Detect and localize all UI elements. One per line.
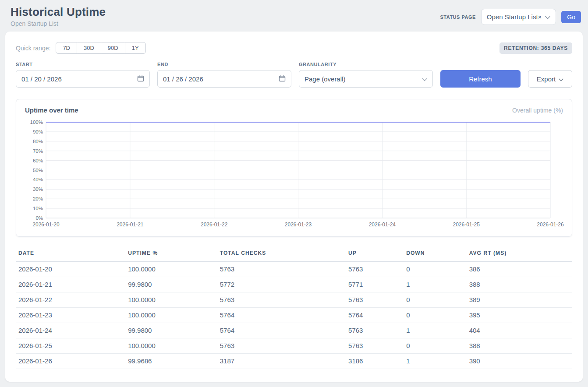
svg-text:40%: 40% bbox=[33, 177, 43, 182]
calendar-icon[interactable] bbox=[137, 75, 144, 83]
chart-title: Uptime over time bbox=[25, 106, 78, 114]
chevron-down-icon bbox=[422, 75, 427, 83]
table-cell: 5764 bbox=[217, 323, 346, 338]
page-title: Historical Uptime bbox=[11, 5, 106, 19]
svg-text:100%: 100% bbox=[30, 120, 43, 125]
controls-row-1: Quick range: 7D 30D 90D 1Y RETENTION: 36… bbox=[16, 42, 572, 54]
svg-text:2026-01-24: 2026-01-24 bbox=[369, 222, 396, 228]
svg-text:90%: 90% bbox=[33, 129, 43, 134]
svg-text:0%: 0% bbox=[35, 215, 43, 221]
table-cell: 386 bbox=[467, 262, 572, 277]
table-header: DATEUPTIME %TOTAL CHECKSUPDOWNAVG RT (MS… bbox=[16, 247, 572, 262]
svg-text:2026-01-21: 2026-01-21 bbox=[117, 222, 144, 228]
table-cell: 0 bbox=[404, 262, 467, 277]
table-cell: 5772 bbox=[217, 277, 346, 292]
table-cell: 3186 bbox=[346, 354, 404, 369]
chart-legend: Overall uptime (%) bbox=[512, 107, 563, 114]
table-cell: 1 bbox=[404, 354, 467, 369]
retention-badge: RETENTION: 365 DAYS bbox=[499, 42, 572, 54]
svg-text:2026-01-23: 2026-01-23 bbox=[285, 222, 312, 228]
table-cell: 390 bbox=[467, 354, 572, 369]
table-cell: 5771 bbox=[346, 277, 404, 292]
svg-text:50%: 50% bbox=[33, 168, 43, 173]
granularity-select[interactable]: Page (overall) bbox=[299, 70, 433, 88]
title-block: Historical Uptime Open Startup List bbox=[11, 5, 106, 27]
table-column-header: TOTAL CHECKS bbox=[217, 247, 346, 262]
table-cell: 5763 bbox=[346, 292, 404, 308]
table-column-header: UP bbox=[346, 247, 404, 262]
calendar-icon[interactable] bbox=[279, 75, 286, 83]
quick-range-30d-button[interactable]: 30D bbox=[77, 42, 101, 54]
export-button[interactable]: Export bbox=[528, 70, 572, 88]
table-cell: 2026-01-26 bbox=[16, 354, 125, 369]
svg-text:30%: 30% bbox=[33, 186, 43, 192]
table-column-header: DOWN bbox=[404, 247, 467, 262]
granularity-label: GRANULARITY bbox=[299, 62, 433, 67]
svg-text:2026-01-25: 2026-01-25 bbox=[453, 222, 480, 228]
table-cell: 2026-01-24 bbox=[16, 323, 125, 338]
table-cell: 395 bbox=[467, 308, 572, 323]
status-page-selected-value: Open Startup List× bbox=[487, 13, 542, 21]
table-cell: 1 bbox=[404, 277, 467, 292]
quick-range-7d-button[interactable]: 7D bbox=[56, 42, 77, 54]
start-date-field: START 01 / 20 / 2026 bbox=[16, 62, 150, 88]
table-cell: 388 bbox=[467, 277, 572, 292]
svg-text:70%: 70% bbox=[33, 148, 43, 154]
controls-row-2: START 01 / 20 / 2026 END 01 / 26 / 2026 … bbox=[16, 62, 572, 88]
chevron-down-icon bbox=[559, 75, 563, 83]
table-cell: 5763 bbox=[346, 323, 404, 338]
svg-text:80%: 80% bbox=[33, 139, 43, 144]
svg-text:2026-01-20: 2026-01-20 bbox=[32, 222, 60, 228]
uptime-chart-card: Uptime over time Overall uptime (%) 0%10… bbox=[16, 99, 572, 237]
table-column-header: DATE bbox=[16, 247, 125, 262]
table-cell: 2026-01-22 bbox=[16, 292, 125, 308]
table-cell: 5763 bbox=[217, 292, 346, 308]
granularity-selected-value: Page (overall) bbox=[305, 75, 345, 83]
start-date-input[interactable]: 01 / 20 / 2026 bbox=[16, 70, 150, 88]
go-button[interactable]: Go bbox=[561, 11, 581, 23]
granularity-field: GRANULARITY Page (overall) bbox=[299, 62, 433, 88]
svg-text:2026-01-26: 2026-01-26 bbox=[537, 222, 564, 228]
uptime-chart: 0%10%20%30%40%50%60%70%80%90%100%2026-01… bbox=[25, 118, 564, 230]
end-date-input[interactable]: 01 / 26 / 2026 bbox=[157, 70, 291, 88]
table-cell: 2026-01-23 bbox=[16, 308, 125, 323]
page-subtitle: Open Startup List bbox=[11, 20, 106, 27]
table-cell: 404 bbox=[467, 323, 572, 338]
quick-range-label: Quick range: bbox=[16, 45, 50, 52]
table-cell: 5764 bbox=[217, 308, 346, 323]
table-cell: 100.0000 bbox=[125, 262, 217, 277]
export-button-label: Export bbox=[537, 75, 556, 83]
table-row: 2026-01-25100.0000576357630388 bbox=[16, 338, 572, 354]
table-cell: 99.9800 bbox=[125, 277, 217, 292]
table-cell: 2026-01-21 bbox=[16, 277, 125, 292]
table-cell: 2026-01-25 bbox=[16, 338, 125, 354]
svg-text:60%: 60% bbox=[33, 158, 43, 163]
table-row: 2026-01-2199.9800577257711388 bbox=[16, 277, 572, 292]
table-cell: 5763 bbox=[346, 338, 404, 354]
quick-range-1y-button[interactable]: 1Y bbox=[125, 42, 146, 54]
quick-range-buttons: 7D 30D 90D 1Y bbox=[56, 42, 145, 54]
status-page-select[interactable]: Open Startup List× bbox=[481, 9, 556, 25]
table-cell: 5763 bbox=[217, 338, 346, 354]
chart-header: Uptime over time Overall uptime (%) bbox=[25, 106, 563, 114]
table-cell: 1 bbox=[404, 323, 467, 338]
table-row: 2026-01-22100.0000576357630389 bbox=[16, 292, 572, 308]
end-date-label: END bbox=[157, 62, 291, 67]
table-cell: 5763 bbox=[217, 262, 346, 277]
svg-text:2026-01-22: 2026-01-22 bbox=[201, 222, 228, 228]
svg-text:20%: 20% bbox=[33, 196, 43, 201]
svg-text:10%: 10% bbox=[33, 206, 43, 211]
table-cell: 100.0000 bbox=[125, 338, 217, 354]
quick-range-90d-button[interactable]: 90D bbox=[101, 42, 125, 54]
table-cell: 0 bbox=[404, 292, 467, 308]
table-cell: 389 bbox=[467, 292, 572, 308]
quick-range-group: Quick range: 7D 30D 90D 1Y bbox=[16, 42, 146, 54]
refresh-button[interactable]: Refresh bbox=[440, 70, 521, 88]
uptime-table: DATEUPTIME %TOTAL CHECKSUPDOWNAVG RT (MS… bbox=[16, 247, 572, 369]
table-column-header: UPTIME % bbox=[125, 247, 217, 262]
header-right: STATUS PAGE Open Startup List× Go bbox=[440, 9, 581, 25]
table-cell: 3187 bbox=[217, 354, 346, 369]
end-date-value: 01 / 26 / 2026 bbox=[163, 75, 203, 83]
page-header: Historical Uptime Open Startup List STAT… bbox=[0, 0, 588, 32]
end-date-field: END 01 / 26 / 2026 bbox=[157, 62, 291, 88]
